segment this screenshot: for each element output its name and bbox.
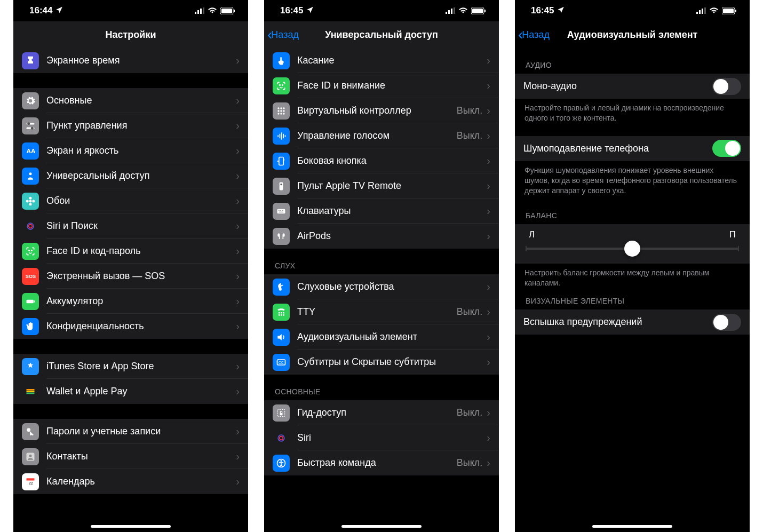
svg-rect-63 (277, 209, 285, 213)
row-слуховые-устройства[interactable]: Слуховые устройства› (264, 274, 499, 299)
svg-point-52 (280, 113, 282, 114)
row-аккумулятор[interactable]: Аккумулятор› (13, 289, 248, 314)
svg-point-51 (277, 113, 279, 114)
row-субтитры-и-скрытые-субтитры[interactable]: CCСубтитры и Скрытые субтитры› (264, 350, 499, 375)
row-клавиатуры[interactable]: Клавиатуры› (264, 198, 499, 224)
row-face-id-и-код-пароль[interactable]: Face ID и код-пароль› (13, 239, 248, 264)
svg-rect-71 (279, 314, 280, 316)
svg-rect-59 (279, 157, 283, 165)
row-tty[interactable]: TTYВыкл.› (264, 299, 499, 324)
back-button[interactable]: ‹ Назад (518, 27, 550, 42)
status-bar: 16:45 (515, 0, 750, 21)
svg-point-82 (280, 460, 282, 462)
row-siri[interactable]: Siri› (264, 425, 499, 450)
svg-rect-6 (234, 10, 235, 12)
row-noise-cancel[interactable]: Шумоподавление телефона (515, 136, 750, 161)
svg-point-62 (280, 184, 282, 185)
row-itunes-store-и-app-store[interactable]: iTunes Store и App Store› (13, 354, 248, 379)
status-time: 16:44 (29, 5, 52, 16)
balance-right-label: П (729, 229, 736, 240)
row-гид-доступ[interactable]: Гид-доступВыкл.› (264, 400, 499, 425)
row-боковая-кнопка[interactable]: Боковая кнопка› (264, 148, 499, 173)
row-контакты[interactable]: Контакты› (13, 444, 248, 469)
row-label: Конфиденциальность (46, 321, 236, 332)
settings-list[interactable]: Экранное время› Основные›Пункт управлени… (13, 48, 248, 532)
svg-rect-64 (279, 210, 280, 211)
svg-rect-39 (454, 7, 455, 14)
row-label: Siri и Поиск (46, 220, 236, 232)
row-пароли-и-учетные-записи[interactable]: Пароли и учетные записи› (13, 419, 248, 444)
row-конфиденциальность[interactable]: Конфиденциальность› (13, 314, 248, 339)
svg-point-43 (280, 84, 281, 85)
balance-slider[interactable] (526, 248, 739, 250)
home-indicator[interactable] (592, 525, 672, 528)
flash-toggle[interactable] (712, 314, 741, 331)
flash-label: Вспышка предупреждений (523, 316, 712, 328)
row-пульт-apple-tv-remote[interactable]: Пульт Apple TV Remote› (264, 173, 499, 198)
chevron-right-icon: › (487, 230, 490, 242)
row-экран-и-яркость[interactable]: AAЭкран и яркость› (13, 138, 248, 163)
location-icon (306, 5, 314, 16)
row-label: Экран и яркость (46, 145, 236, 156)
row-касание[interactable]: Касание› (264, 48, 499, 73)
row-label: Субтитры и Скрытые субтитры (297, 356, 487, 368)
voice-icon (273, 128, 290, 145)
home-indicator[interactable] (341, 525, 422, 528)
audiovisual-list[interactable]: АУДИО Моно-аудио Настройте правый и левы… (515, 48, 750, 532)
row-обои[interactable]: Обои› (13, 188, 248, 213)
balance-left-label: Л (529, 229, 535, 240)
svg-rect-34 (27, 478, 35, 480)
row-виртуальный-контроллер[interactable]: Виртуальный контроллерВыкл.› (264, 98, 499, 123)
chevron-right-icon: › (236, 170, 240, 182)
row-пункт-управления[interactable]: Пункт управления› (13, 113, 248, 138)
chevron-right-icon: › (487, 457, 490, 469)
row-универсальный-доступ[interactable]: Универсальный доступ› (13, 163, 248, 188)
row-siri-и-поиск[interactable]: Siri и Поиск› (13, 213, 248, 239)
home-indicator[interactable] (91, 525, 171, 528)
row-label: Siri (297, 432, 487, 443)
row-календарь[interactable]: 22Календарь› (13, 469, 248, 494)
svg-point-21 (29, 250, 30, 251)
svg-point-22 (31, 250, 33, 251)
row-быстрая-команда[interactable]: Быстрая командаВыкл.› (264, 450, 499, 475)
row-аудиовизуальный-элемент[interactable]: Аудиовизуальный элемент› (264, 324, 499, 350)
row-mono-audio[interactable]: Моно-аудио (515, 74, 750, 99)
row-wallet-и-apple-pay[interactable]: Wallet и Apple Pay› (13, 379, 248, 404)
svg-rect-3 (203, 7, 204, 14)
mono-audio-label: Моно-аудио (523, 81, 712, 92)
row-label: Face ID и код-пароль (46, 245, 236, 257)
chevron-right-icon: › (487, 407, 490, 419)
noise-footer: Функция шумоподавления понижает уровень … (515, 161, 750, 199)
keyboard-icon (273, 203, 290, 220)
row-airpods[interactable]: AirPods› (264, 224, 499, 249)
svg-point-12 (29, 172, 32, 175)
mono-audio-toggle[interactable] (712, 78, 741, 95)
balance-thumb[interactable] (624, 241, 640, 257)
nav-title: Аудиовизуальный элемент (567, 29, 698, 41)
svg-rect-58 (285, 135, 286, 137)
row-label: iTunes Store и App Store (46, 361, 236, 372)
row-управление-голосом[interactable]: Управление голосомВыкл.› (264, 123, 499, 148)
row-экранное-время[interactable]: Экранное время› (13, 48, 248, 73)
row-label: Экранное время (46, 55, 236, 66)
row-face-id-и-внимание[interactable]: Face ID и внимание› (264, 73, 499, 98)
row-основные[interactable]: Основные› (13, 88, 248, 113)
wallet-icon (22, 383, 39, 400)
row-label: Слуховые устройства (297, 281, 487, 292)
noise-cancel-toggle[interactable] (712, 140, 741, 157)
balance-slider-row: Л П (515, 224, 750, 264)
chevron-right-icon: › (236, 145, 240, 157)
accessibility-list[interactable]: Касание›Face ID и внимание›Виртуальный к… (264, 48, 499, 532)
mono-footer: Настройте правый и левый динамик на восп… (515, 99, 750, 126)
row-label: Гид-доступ (297, 407, 457, 418)
row-value: Выкл. (457, 130, 483, 141)
svg-point-46 (280, 107, 282, 109)
chevron-right-icon: › (487, 80, 490, 92)
row-экстренный-вызов-sos[interactable]: SOSЭкстренный вызов — SOS› (13, 264, 248, 289)
row-value: Выкл. (457, 407, 483, 418)
chevron-right-icon: › (487, 432, 490, 444)
svg-rect-84 (699, 10, 701, 14)
row-flash-alerts[interactable]: Вспышка предупреждений (515, 309, 750, 335)
row-label: Экстренный вызов — SOS (46, 271, 236, 282)
back-button[interactable]: ‹ Назад (267, 27, 299, 42)
